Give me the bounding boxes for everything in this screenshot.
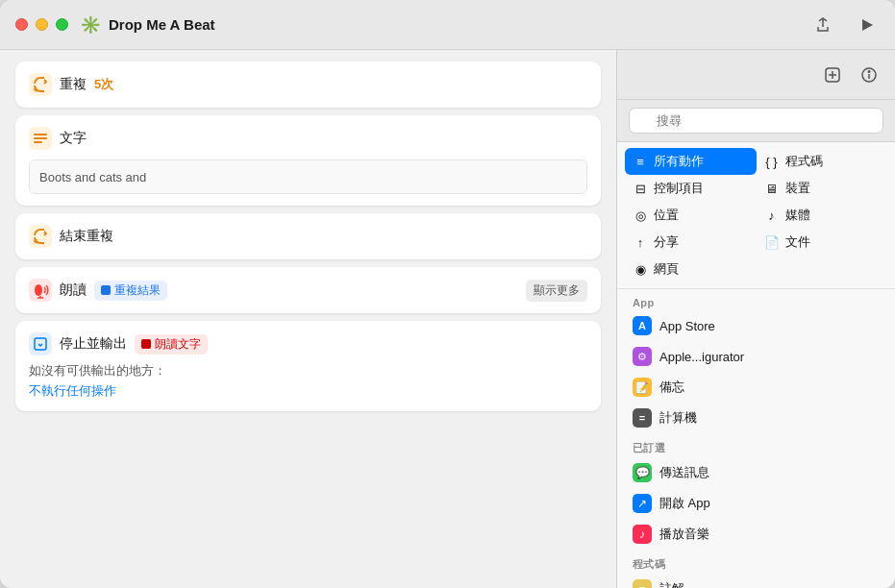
code-section-label: 程式碼 bbox=[617, 550, 895, 574]
end-repeat-icon bbox=[29, 225, 52, 248]
speak-icon bbox=[29, 279, 52, 302]
left-panel: 重複 5次 文字 Boots and bbox=[0, 50, 616, 588]
svg-rect-8 bbox=[35, 338, 46, 350]
svg-rect-2 bbox=[34, 137, 47, 139]
device-label: 裝置 bbox=[785, 180, 810, 197]
show-more-button[interactable]: 顯示更多 bbox=[526, 280, 587, 302]
svg-rect-3 bbox=[34, 141, 42, 143]
stop-output-header: 停止並輸出 朗讀文字 bbox=[29, 332, 587, 355]
svg-rect-7 bbox=[101, 285, 111, 295]
category-grid: ≡ 所有動作 { } 程式碼 ⊟ 控制項目 🖥 裝置 bbox=[617, 142, 895, 289]
app-icon: ✳️ bbox=[80, 14, 101, 36]
sidebar-item-messages[interactable]: 💬 傳送訊息 bbox=[617, 457, 895, 488]
play-button[interactable] bbox=[855, 12, 880, 37]
repeat-card: 重複 5次 bbox=[15, 61, 601, 108]
notes-label: 備忘 bbox=[659, 379, 684, 396]
stop-output-badge[interactable]: 朗讀文字 bbox=[135, 334, 208, 355]
maximize-button[interactable] bbox=[56, 18, 68, 31]
add-action-button[interactable] bbox=[820, 62, 845, 87]
text-icon bbox=[29, 127, 52, 150]
apple-igurator-label: Apple...igurator bbox=[659, 350, 744, 364]
end-repeat-header: 結束重複 bbox=[29, 225, 587, 248]
sidebar-item-notes[interactable]: 📝 備忘 bbox=[617, 372, 895, 403]
info-button[interactable] bbox=[857, 62, 882, 87]
sidebar-list: App A App Store ⚙ Apple...igurator 📝 備忘 … bbox=[617, 289, 895, 588]
all-actions-icon: ≡ bbox=[633, 155, 648, 169]
all-actions-label: 所有動作 bbox=[654, 153, 704, 170]
svg-rect-1 bbox=[34, 134, 47, 135]
device-icon: 🖥 bbox=[764, 182, 780, 196]
sidebar-item-play-music[interactable]: ♪ 播放音樂 bbox=[617, 519, 895, 550]
controls-label: 控制項目 bbox=[654, 180, 704, 197]
svg-rect-9 bbox=[141, 339, 151, 349]
speak-row: 朗讀 重複結果 顯示更多 bbox=[29, 279, 587, 302]
share-icon: ↑ bbox=[633, 235, 648, 250]
speak-badge[interactable]: 重複結果 bbox=[94, 281, 167, 301]
end-repeat-title: 結束重複 bbox=[60, 228, 113, 245]
stop-output-title: 停止並輸出 bbox=[60, 335, 127, 353]
sidebar-item-apple-igurator[interactable]: ⚙ Apple...igurator bbox=[617, 341, 895, 372]
repeat-icon bbox=[29, 73, 52, 96]
traffic-lights bbox=[15, 18, 68, 31]
search-wrapper: 🔍 bbox=[629, 108, 883, 134]
svg-marker-0 bbox=[862, 19, 873, 31]
play-music-icon: ♪ bbox=[633, 525, 652, 544]
sidebar-item-app-store[interactable]: A App Store bbox=[617, 310, 895, 341]
category-all-actions[interactable]: ≡ 所有動作 bbox=[625, 148, 757, 175]
speak-badge-text: 重複結果 bbox=[114, 282, 161, 299]
speak-card: 朗讀 重複結果 顯示更多 bbox=[15, 267, 601, 313]
category-share[interactable]: ↑ 分享 bbox=[625, 229, 757, 256]
minimize-button[interactable] bbox=[36, 18, 48, 31]
stop-output-subtext: 如沒有可供輸出的地方： bbox=[29, 363, 587, 380]
app-store-icon: A bbox=[633, 316, 652, 335]
svg-point-4 bbox=[35, 284, 42, 296]
right-panel: 🔍 ≡ 所有動作 { } 程式碼 ⊟ 控制項目 bbox=[616, 50, 895, 588]
stop-output-icon bbox=[29, 332, 52, 355]
search-input[interactable] bbox=[629, 108, 883, 134]
messages-label: 傳送訊息 bbox=[659, 464, 709, 481]
no-action-link[interactable]: 不執行任何操作 bbox=[29, 383, 587, 400]
comment-label: 註解 bbox=[659, 580, 684, 588]
category-code[interactable]: { } 程式碼 bbox=[757, 148, 888, 175]
apple-igurator-icon: ⚙ bbox=[633, 347, 652, 366]
app-store-label: App Store bbox=[659, 319, 715, 333]
text-body[interactable]: Boots and cats and bbox=[29, 159, 587, 194]
media-label: 媒體 bbox=[785, 207, 810, 224]
sidebar-item-open-app[interactable]: ↗ 開啟 App bbox=[617, 488, 895, 519]
controls-icon: ⊟ bbox=[633, 182, 648, 196]
app-section-label: App bbox=[617, 289, 895, 310]
media-icon: ♪ bbox=[764, 208, 780, 223]
category-media[interactable]: ♪ 媒體 bbox=[757, 202, 888, 229]
text-content: Boots and cats and bbox=[39, 170, 146, 184]
sidebar-item-comment[interactable]: ≡ 註解 bbox=[617, 574, 895, 588]
web-label: 網頁 bbox=[654, 260, 679, 278]
category-document[interactable]: 📄 文件 bbox=[757, 229, 888, 256]
titlebar: ✳️ Drop Me A Beat bbox=[0, 0, 895, 50]
document-label: 文件 bbox=[785, 233, 810, 251]
speak-header: 朗讀 重複結果 bbox=[29, 279, 167, 302]
web-icon: ◉ bbox=[633, 262, 648, 277]
sidebar-item-calculator[interactable]: = 計算機 bbox=[617, 403, 895, 433]
open-app-label: 開啟 App bbox=[659, 495, 710, 512]
category-controls[interactable]: ⊟ 控制項目 bbox=[625, 175, 757, 202]
code-icon: { } bbox=[764, 155, 780, 169]
repeat-header: 重複 5次 bbox=[29, 73, 587, 96]
share-button[interactable] bbox=[810, 12, 835, 37]
category-location[interactable]: ◎ 位置 bbox=[625, 202, 757, 229]
category-web[interactable]: ◉ 網頁 bbox=[625, 256, 757, 282]
text-card: 文字 Boots and cats and bbox=[15, 115, 601, 206]
category-device[interactable]: 🖥 裝置 bbox=[757, 175, 888, 202]
code-label: 程式碼 bbox=[785, 153, 823, 170]
calculator-label: 計算機 bbox=[659, 409, 697, 427]
calculator-icon: = bbox=[633, 408, 652, 428]
open-app-icon: ↗ bbox=[633, 494, 652, 513]
text-title: 文字 bbox=[60, 130, 87, 147]
close-button[interactable] bbox=[15, 18, 28, 31]
speak-title: 朗讀 bbox=[60, 282, 87, 299]
stop-output-card: 停止並輸出 朗讀文字 如沒有可供輸出的地方： 不執行任何操作 bbox=[15, 321, 601, 411]
stop-output-badge-text: 朗讀文字 bbox=[155, 336, 201, 353]
text-header: 文字 bbox=[29, 127, 587, 150]
right-header bbox=[617, 50, 895, 100]
play-music-label: 播放音樂 bbox=[659, 526, 709, 543]
repeat-count[interactable]: 5次 bbox=[94, 76, 113, 93]
